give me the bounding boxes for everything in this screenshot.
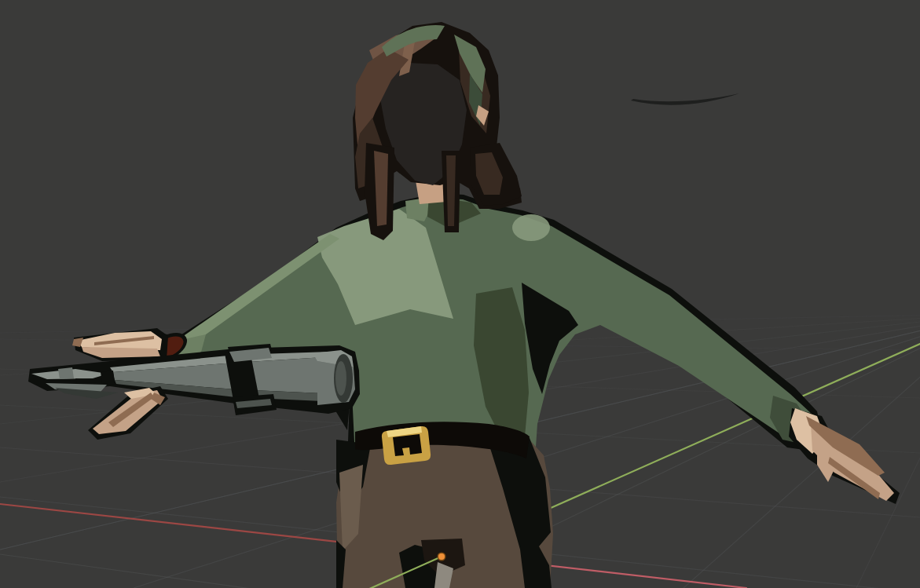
pants	[336, 433, 553, 588]
origin-marker-dot	[438, 553, 445, 560]
hair-strand-center-core	[446, 155, 456, 226]
origin-marker[interactable]	[438, 553, 446, 561]
3d-viewport-canvas[interactable]	[0, 0, 920, 588]
muzzle-box	[58, 367, 74, 379]
weapon-rear-core	[335, 361, 346, 396]
shoulder-highlight	[512, 214, 550, 241]
viewport-window	[0, 0, 920, 588]
weapon-notch	[101, 371, 115, 385]
